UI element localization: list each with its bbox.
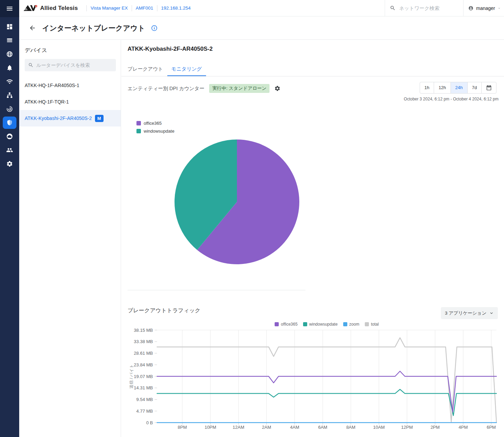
svg-text:4PM: 4PM: [459, 425, 468, 430]
legend-item-total[interactable]: total: [365, 322, 379, 327]
traffic-legend: office365 windowsupdate zoom total: [157, 322, 496, 327]
calendar-icon: [486, 85, 492, 90]
dpi-settings-button[interactable]: [274, 85, 280, 92]
device-panel-title: デバイス: [25, 47, 115, 54]
time-range-7d[interactable]: 7d: [467, 82, 481, 93]
master-badge: M: [95, 115, 104, 122]
legend-item-zoom[interactable]: zoom: [343, 322, 359, 327]
device-list-item[interactable]: ATKK-HQ-1F-TQR-1: [19, 94, 121, 110]
network-search: [385, 0, 464, 16]
svg-text:12PM: 12PM: [401, 425, 413, 430]
dpi-pie-chart: [174, 139, 300, 265]
legend-swatch: [343, 322, 347, 326]
tab-breakout[interactable]: ブレークアウト: [123, 61, 167, 76]
left-nav-rail: [0, 0, 19, 437]
sidebar-item-asset-list[interactable]: [0, 34, 19, 47]
legend-item-windowsupdate[interactable]: windowsupdate: [136, 127, 175, 135]
dashboard-icon: [3, 21, 16, 33]
user-menu[interactable]: manager: [464, 4, 504, 13]
dpi-counter-header: エンティティー別 DPI カウンター 実行中: スタンドアローン: [128, 84, 280, 93]
dpi-section-title: エンティティー別 DPI カウンター: [128, 85, 204, 92]
page-header: インターネットブレークアウト: [19, 16, 504, 40]
device-search: [25, 59, 116, 71]
applications-dropdown[interactable]: 3 アプリケーション: [441, 307, 498, 319]
sitemap-icon: [3, 89, 16, 101]
time-range-12h[interactable]: 12h: [434, 82, 451, 93]
svg-text:33.38 MB: 33.38 MB: [134, 339, 153, 344]
divider: [121, 76, 504, 76]
legend-swatch: [136, 129, 141, 133]
users-icon: [3, 144, 16, 156]
traffic-line-chart-container: 8PM10PM12AM2AM4AM6AM8AM10AM12PM2PM4PM6PM…: [124, 323, 502, 436]
info-icon[interactable]: [151, 25, 157, 31]
svg-text:6PM: 6PM: [487, 425, 496, 430]
time-range-24h[interactable]: 24h: [451, 82, 467, 93]
time-range-1h[interactable]: 1h: [420, 82, 434, 93]
back-arrow-icon[interactable]: [29, 24, 36, 32]
legend-swatch: [275, 322, 279, 326]
selected-device-title: ATKK-Kyobashi-2F-AR4050S-2: [128, 46, 213, 52]
svg-text:10AM: 10AM: [373, 425, 385, 430]
nav-link-amf-network[interactable]: AMF001: [136, 5, 153, 11]
sidebar-item-users[interactable]: [0, 143, 19, 157]
sidebar-item-settings[interactable]: [0, 157, 19, 171]
svg-text:23.84 MB: 23.84 MB: [134, 362, 153, 367]
tabs: ブレークアウト モニタリング: [121, 61, 206, 76]
hamburger-menu-icon[interactable]: [0, 0, 19, 17]
time-range-calendar-button[interactable]: [481, 82, 496, 93]
svg-text:4.77 MB: 4.77 MB: [136, 409, 153, 414]
sidebar-item-event-alerts[interactable]: [0, 61, 19, 75]
legend-swatch: [136, 121, 141, 125]
device-list: ATKK-HQ-1F-AR4050S-1 ATKK-HQ-1F-TQR-1 AT…: [19, 77, 121, 126]
sidebar-item-network-map[interactable]: [0, 47, 19, 61]
divider: [157, 5, 157, 11]
svg-text:8PM: 8PM: [178, 425, 187, 430]
traffic-line-chart: 8PM10PM12AM2AM4AM6AM8AM10AM12PM2PM4PM6PM…: [124, 323, 502, 436]
nav-link-vista-manager[interactable]: Vista Manager EX: [91, 5, 128, 11]
top-bar: Allied Telesis Vista Manager EX AMF001 1…: [19, 0, 504, 16]
status-badge: 実行中: スタンドアローン: [209, 84, 269, 93]
sidebar-item-internet-breakout[interactable]: [0, 116, 19, 130]
radar-icon: [3, 103, 16, 115]
device-panel: デバイス ATKK-HQ-1F-AR4050S-1 ATKK-HQ-1F-TQR…: [19, 40, 121, 437]
svg-text:10PM: 10PM: [205, 425, 216, 430]
search-icon: [28, 62, 34, 68]
sidebar-item-sdwan[interactable]: [0, 102, 19, 116]
shield-icon: [3, 117, 16, 129]
divider: [132, 5, 132, 11]
divider: [86, 5, 87, 11]
legend-swatch: [365, 322, 369, 326]
svg-text:2PM: 2PM: [431, 425, 440, 430]
tab-monitoring[interactable]: モニタリング: [167, 61, 206, 76]
network-search-input[interactable]: [399, 5, 454, 11]
sidebar-item-cloud[interactable]: [0, 130, 19, 143]
svg-text:38.15 MB: 38.15 MB: [134, 328, 153, 333]
legend-item-office365[interactable]: office365: [136, 119, 175, 127]
bell-icon: [3, 62, 16, 74]
svg-text:0 B: 0 B: [146, 420, 153, 425]
legend-swatch: [303, 322, 307, 326]
traffic-section-title: ブレークアウトトラフィック: [128, 307, 201, 314]
svg-text:9.54 MB: 9.54 MB: [136, 397, 153, 402]
nav-link-ip-address[interactable]: 192.168.1.254: [161, 5, 191, 11]
divider: [128, 290, 305, 290]
cloud-icon: [3, 130, 16, 143]
legend-item-office365[interactable]: office365: [275, 322, 298, 327]
device-list-item[interactable]: ATKK-HQ-1F-AR4050S-1: [19, 77, 121, 94]
svg-text:14.31 MB: 14.31 MB: [134, 385, 153, 390]
globe-icon: [3, 48, 16, 60]
svg-text:8AM: 8AM: [346, 425, 356, 430]
sidebar-item-dashboard[interactable]: [0, 20, 19, 34]
sidebar-item-wireless[interactable]: [0, 75, 19, 88]
date-range-label: October 3 2024, 6:12 pm - October 4 2024…: [404, 97, 499, 101]
device-search-input[interactable]: [36, 62, 108, 68]
device-list-item-selected[interactable]: ATKK-Kyobashi-2F-AR4050S-2 M: [19, 110, 121, 126]
gear-icon: [3, 158, 16, 170]
svg-text:19.07 MB: 19.07 MB: [134, 374, 153, 379]
svg-text:6AM: 6AM: [318, 425, 327, 430]
sidebar-item-topology[interactable]: [0, 88, 19, 102]
chevron-down-icon: [489, 311, 494, 315]
page-title: インターネットブレークアウト: [42, 23, 145, 33]
legend-item-windowsupdate[interactable]: windowsupdate: [303, 322, 338, 327]
brand-name: Allied Telesis: [40, 5, 78, 12]
